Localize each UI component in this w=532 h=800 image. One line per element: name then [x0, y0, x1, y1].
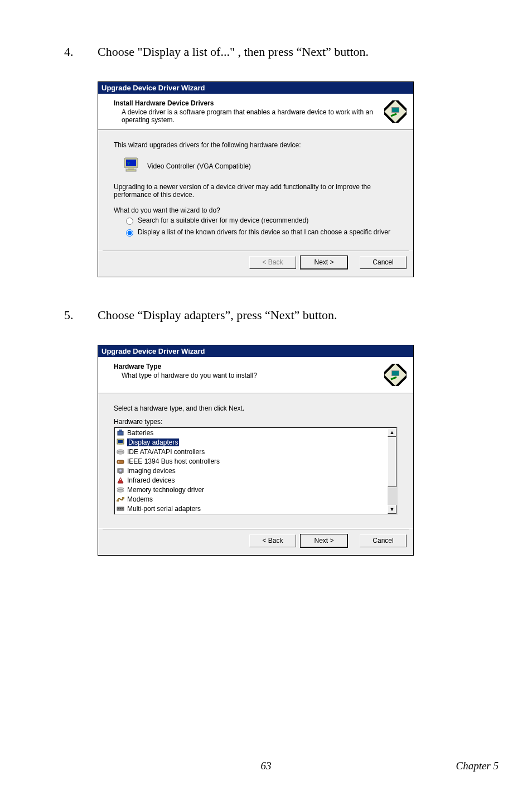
modem-icon	[116, 495, 125, 504]
svg-point-37	[122, 508, 123, 509]
svg-point-20	[117, 450, 124, 452]
svg-point-30	[117, 488, 124, 490]
scroll-track[interactable]	[388, 437, 396, 505]
dialog1-header-title: Install Hardware Device Drivers	[114, 99, 379, 107]
svg-rect-32	[117, 500, 119, 502]
step-5-text: Choose “Display adapters”, press “Next” …	[98, 308, 476, 322]
svg-rect-24	[117, 460, 124, 464]
dialog2-header-sub: What type of hardware do you want to ins…	[114, 372, 379, 379]
list-item[interactable]: IDE ATA/ATAPI controllers	[115, 447, 388, 456]
cancel-button[interactable]: Cancel	[360, 534, 407, 547]
list-item-label: IDE ATA/ATAPI controllers	[127, 448, 205, 456]
svg-text:?: ?	[127, 161, 130, 166]
list-item[interactable]: Multi-port serial adapters	[115, 504, 388, 513]
svg-rect-28	[119, 473, 122, 474]
list-item[interactable]: Infrared devices	[115, 475, 388, 485]
list-item[interactable]: Imaging devices	[115, 466, 388, 475]
dialog1-line1: This wizard upgrades drivers for the fol…	[114, 141, 398, 149]
dialog2-header-title: Hardware Type	[114, 363, 379, 370]
back-button[interactable]: < Back	[249, 534, 296, 547]
dialog2-buttons: < Back Next > Cancel	[98, 528, 413, 555]
page-footer: 63 Chapter 5	[0, 760, 532, 772]
svg-point-35	[118, 508, 119, 509]
svg-rect-13	[392, 371, 399, 375]
svg-point-36	[120, 508, 121, 509]
dialog1-title: Upgrade Device Driver Wizard	[98, 82, 413, 94]
list-item[interactable]: Memory technology driver	[115, 485, 388, 494]
dialog2-title: Upgrade Device Driver Wizard	[98, 345, 413, 357]
dialog1-buttons: < Back Next > Cancel	[98, 250, 413, 277]
list-item[interactable]: IEEE 1394 Bus host controllers	[115, 456, 388, 466]
display-adapter-icon	[116, 438, 125, 447]
list-item-label: IEEE 1394 Bus host controllers	[127, 457, 220, 465]
dialog1-header: Install Hardware Device Drivers A device…	[98, 94, 413, 130]
list-item[interactable]: Batteries	[115, 428, 388, 437]
dialog2-instr: Select a hardware type, and then click N…	[114, 404, 398, 412]
dialog1-device-row: ? Video Controller (VGA Compatible)	[123, 157, 398, 175]
imaging-device-icon	[116, 466, 125, 475]
step-4-number: 4.	[64, 45, 98, 59]
step-5-number: 5.	[64, 308, 98, 322]
list-item[interactable]: Modems	[115, 494, 388, 504]
radio-display-list-label: Display a list of the known drivers for …	[134, 228, 390, 236]
list-item-label: Batteries	[127, 429, 153, 437]
radio-search-input[interactable]	[126, 218, 133, 225]
radio-display-list-input[interactable]	[126, 229, 133, 237]
svg-rect-15	[118, 431, 123, 435]
svg-point-25	[118, 461, 119, 462]
scroll-thumb[interactable]	[388, 437, 396, 487]
list-item-label: Multi-port serial adapters	[127, 505, 201, 513]
svg-rect-19	[119, 444, 122, 445]
step-5: 5. Choose “Display adapters”, press “Nex…	[64, 308, 476, 322]
scroll-down-icon[interactable]: ▼	[388, 505, 396, 514]
svg-point-31	[117, 490, 124, 492]
dialog-hardware-type: Upgrade Device Driver Wizard Hardware Ty…	[98, 345, 414, 556]
svg-point-29	[120, 478, 121, 479]
dialog1-header-sub: A device driver is a software program th…	[114, 108, 379, 124]
cancel-button[interactable]: Cancel	[360, 256, 407, 269]
scrollbar[interactable]: ▲ ▼	[388, 428, 396, 514]
next-button[interactable]: Next >	[301, 256, 347, 269]
wizard-icon	[383, 99, 408, 124]
battery-icon	[116, 428, 125, 437]
page-number: 63	[0, 760, 532, 772]
radio-display-list[interactable]: Display a list of the known drivers for …	[126, 228, 398, 237]
svg-rect-16	[119, 430, 122, 431]
dialog1-line2: Upgrading to a newer version of a device…	[114, 183, 398, 199]
list-item-label: Memory technology driver	[127, 486, 204, 494]
multiport-icon	[116, 504, 125, 513]
scroll-up-icon[interactable]: ▲	[388, 428, 396, 437]
ieee1394-icon	[116, 457, 125, 466]
list-item-label: Infrared devices	[127, 476, 175, 484]
dialog1-device-name: Video Controller (VGA Compatible)	[147, 162, 251, 170]
step-4-text: Choose "Display a list of..." , then pre…	[98, 45, 476, 59]
hardware-types-listbox[interactable]: BatteriesDisplay adaptersIDE ATA/ATAPI c…	[114, 427, 398, 515]
svg-point-27	[119, 469, 122, 471]
back-button[interactable]: < Back	[249, 256, 296, 269]
svg-rect-18	[118, 440, 123, 443]
dialog1-line3: What do you want the wizard to do?	[114, 206, 398, 214]
monitor-icon: ?	[123, 157, 141, 175]
list-item-label: Display adapters	[127, 438, 179, 446]
svg-rect-3	[392, 108, 399, 112]
list-item-label: Modems	[127, 495, 153, 503]
radio-search-label: Search for a suitable driver for my devi…	[134, 216, 308, 224]
memory-tech-icon	[116, 485, 125, 494]
svg-rect-33	[122, 497, 124, 499]
infrared-icon	[116, 476, 125, 485]
dialog2-header: Hardware Type What type of hardware do y…	[98, 357, 413, 393]
hardware-types-label: Hardware types:	[114, 418, 398, 426]
step-4: 4. Choose "Display a list of..." , then …	[64, 45, 476, 59]
wizard-icon	[383, 363, 408, 387]
next-button[interactable]: Next >	[301, 534, 347, 547]
list-item-label: Imaging devices	[127, 467, 176, 475]
svg-rect-9	[126, 170, 136, 171]
dialog-install-hardware-drivers: Upgrade Device Driver Wizard Install Har…	[98, 81, 414, 277]
ide-controller-icon	[116, 447, 125, 456]
list-item[interactable]: Display adapters	[115, 437, 388, 447]
radio-search[interactable]: Search for a suitable driver for my devi…	[126, 216, 398, 225]
svg-point-21	[117, 452, 124, 454]
